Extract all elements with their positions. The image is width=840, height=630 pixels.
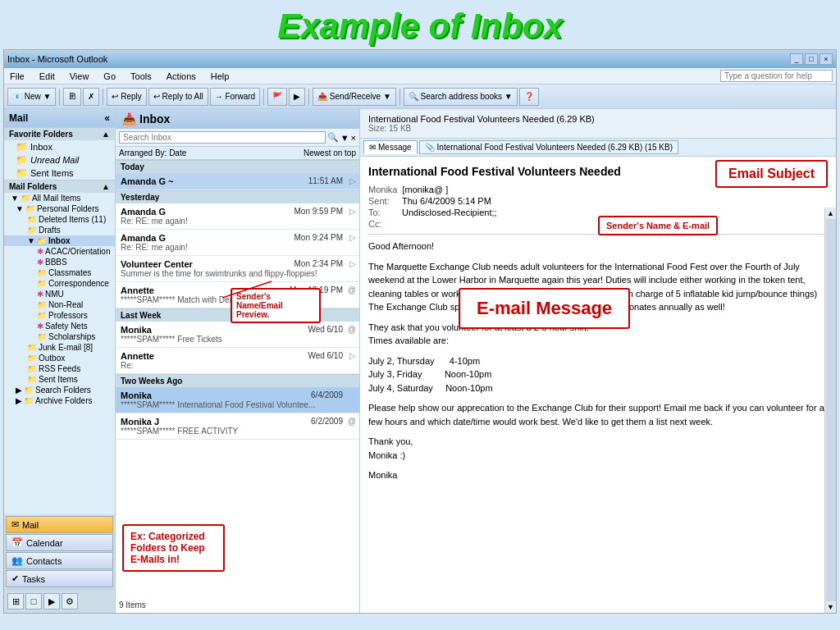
sidebar-item-sent-favorite[interactable]: 📁 Sent Items: [4, 167, 115, 180]
bbbs-folder[interactable]: ✱ BBBS: [4, 257, 115, 267]
restore-button[interactable]: □: [805, 53, 818, 65]
folder-icon: 📁: [37, 311, 47, 320]
scholarships-folder[interactable]: 📁 Scholarships: [4, 331, 115, 342]
help-button[interactable]: ❓: [519, 88, 539, 106]
email-flag-icon[interactable]: ▷: [349, 259, 356, 268]
email-time: Wed 6/10: [308, 351, 343, 360]
email-item[interactable]: Annette Re: Wed 6/10 ▷: [116, 348, 359, 374]
email-list-pane: 📥 Inbox 🔍 ▼ × Arranged By: Date Newest o…: [116, 109, 360, 613]
preview-subject-header: International Food Festival Volunteers N…: [368, 114, 828, 124]
tasks-nav-button[interactable]: ✔ Tasks: [6, 570, 113, 587]
scroll-thumb[interactable]: [826, 219, 836, 601]
inbox-folder[interactable]: ▼ 📁 Inbox: [4, 235, 115, 246]
close-button[interactable]: ×: [819, 53, 833, 65]
menu-actions[interactable]: Actions: [164, 71, 199, 82]
nonreal-folder[interactable]: 📁 Non-Real: [4, 299, 115, 310]
menu-file[interactable]: File: [7, 71, 27, 82]
menu-help[interactable]: Help: [208, 71, 232, 82]
tasks-icon: ✔: [11, 573, 19, 584]
all-mail-items[interactable]: ▼ 📁 All Mail Items: [4, 193, 115, 203]
bottom-icon-3[interactable]: ▶: [43, 593, 60, 609]
email-flag-icon[interactable]: @: [348, 285, 356, 294]
email-flag-icon[interactable]: ▷: [349, 176, 356, 185]
sidebar-collapse-icon[interactable]: «: [104, 112, 110, 124]
email-message-annotation: E-mail Message: [459, 288, 630, 329]
junk-email[interactable]: 📁 Junk E-mail [8]: [4, 342, 115, 353]
email-item[interactable]: Amanda G Re: RE: me again! Mon 9:59 PM ▷: [116, 203, 359, 230]
correspondence-folder[interactable]: 📁 Correspondence: [4, 278, 115, 289]
deleted-items[interactable]: 📁 Deleted Items (11): [4, 214, 115, 225]
favorite-folders-section[interactable]: Favorite Folders ▲: [4, 127, 115, 140]
minimize-button[interactable]: _: [790, 53, 803, 65]
search-icon[interactable]: 🔍: [327, 132, 339, 143]
tab-message[interactable]: ✉ Message: [363, 140, 418, 154]
forward-button[interactable]: → Forward: [210, 88, 260, 106]
folder-icon: 📁: [16, 154, 28, 166]
window-title: Inbox - Microsoft Outlook: [7, 54, 107, 64]
email-flag-icon[interactable]: @: [348, 417, 356, 426]
new-button[interactable]: 📧 New ▼: [7, 88, 56, 106]
search-close-icon[interactable]: ×: [351, 133, 356, 143]
search-folders[interactable]: ▶ 📁 Search Folders: [4, 385, 115, 395]
email-item[interactable]: Amanda G ~ 11:51 AM ▷: [116, 173, 359, 190]
menu-view[interactable]: View: [67, 71, 92, 82]
archive-folders[interactable]: ▶ 📁 Archive Folders: [4, 395, 115, 406]
email-flag-icon[interactable]: ▷: [349, 351, 356, 360]
scroll-up-button[interactable]: ▲: [827, 209, 834, 217]
flag-button[interactable]: 🚩: [267, 88, 287, 106]
send-receive-button[interactable]: 📤 Send/Receive ▼: [313, 88, 396, 106]
classmates-folder[interactable]: 📁 Classmates: [4, 267, 115, 278]
item-count: 9 Items: [119, 600, 146, 609]
page-title: Example of Inbox: [0, 0, 840, 49]
contacts-nav-button[interactable]: 👥 Contacts: [6, 552, 113, 569]
email-item[interactable]: Monika *****SPAM***** Free Tickets Wed 6…: [116, 322, 359, 348]
menu-go[interactable]: Go: [101, 71, 118, 82]
body-greeting: Good Afternoon!: [368, 240, 828, 253]
email-item[interactable]: Monika *****SPAM***** International Food…: [116, 387, 359, 413]
delete-button[interactable]: ✗: [83, 88, 99, 106]
search-address-button[interactable]: 🔍 Search address books ▼: [404, 88, 518, 106]
menu-tools[interactable]: Tools: [128, 71, 154, 82]
email-item[interactable]: Monika J *****SPAM***** FREE ACTIVITY 6/…: [116, 413, 359, 440]
reply-button[interactable]: ↩ Reply: [107, 88, 146, 106]
preview-header: International Food Festival Volunteers N…: [360, 109, 836, 139]
email-flag-icon[interactable]: ▷: [349, 233, 356, 242]
move-button[interactable]: ▶: [289, 88, 305, 106]
configure-button[interactable]: ⚙: [62, 593, 78, 609]
search-input[interactable]: [119, 131, 326, 144]
sidebar-item-unread[interactable]: 📁 Unread Mail: [4, 153, 115, 167]
search-down-icon[interactable]: ▼: [340, 133, 349, 143]
reply-all-button[interactable]: ↩ Reply to All: [148, 88, 208, 106]
categorized-folders-annotation: Ex: CategorizedFolders to KeepE-Mails in…: [122, 524, 225, 572]
sidebar-item-inbox-favorite[interactable]: 📁 Inbox: [4, 140, 115, 153]
safetynets-folder[interactable]: ✱ Safety Nets: [4, 321, 115, 331]
professors-folder[interactable]: 📁 Professors: [4, 310, 115, 321]
tab-attachment[interactable]: 📎 International Food Festival Volunteers…: [419, 140, 678, 154]
sidebar-header: Mail «: [4, 109, 115, 127]
rss-folder[interactable]: 📁 RSS Feeds: [4, 363, 115, 374]
personal-folders[interactable]: ▼ 📁 Personal Folders: [4, 203, 115, 214]
email-preview-text: *****SPAM***** FREE ACTIVITY: [121, 427, 354, 436]
calendar-nav-button[interactable]: 📅 Calendar: [6, 534, 113, 551]
email-flag-icon[interactable]: ▷: [349, 207, 356, 216]
drafts[interactable]: 📁 Drafts: [4, 225, 115, 235]
acac-folder[interactable]: ✱ ACAC/Orientation: [4, 246, 115, 257]
nmu-folder[interactable]: ✱ NMU: [4, 289, 115, 299]
email-item[interactable]: Volunteer Center Summer is the time for …: [116, 256, 359, 282]
scrollbar-v[interactable]: ▲ ▼: [824, 208, 836, 613]
bottom-icon-2[interactable]: □: [25, 593, 42, 609]
folder-icon: 📁: [16, 141, 28, 153]
bottom-icon-1[interactable]: ⊞: [7, 593, 24, 609]
outbox-folder[interactable]: 📁 Outbox: [4, 353, 115, 363]
scroll-down-button[interactable]: ▼: [827, 603, 834, 611]
expand-icon: ▼: [27, 236, 35, 245]
mail-folders-section[interactable]: Mail Folders ▲: [4, 180, 115, 193]
print-button[interactable]: 🖹: [63, 88, 81, 106]
menu-edit[interactable]: Edit: [37, 71, 57, 82]
ask-question-input[interactable]: [720, 70, 833, 82]
email-item[interactable]: Amanda G Re: RE: me again! Mon 9:24 PM ▷: [116, 230, 359, 256]
outlook-window: Inbox - Microsoft Outlook _ □ × File Edi…: [3, 49, 837, 614]
mail-nav-button[interactable]: ✉ Mail: [6, 516, 113, 533]
email-flag-icon[interactable]: @: [348, 325, 356, 334]
sent-items-folder[interactable]: 📁 Sent Items: [4, 374, 115, 385]
